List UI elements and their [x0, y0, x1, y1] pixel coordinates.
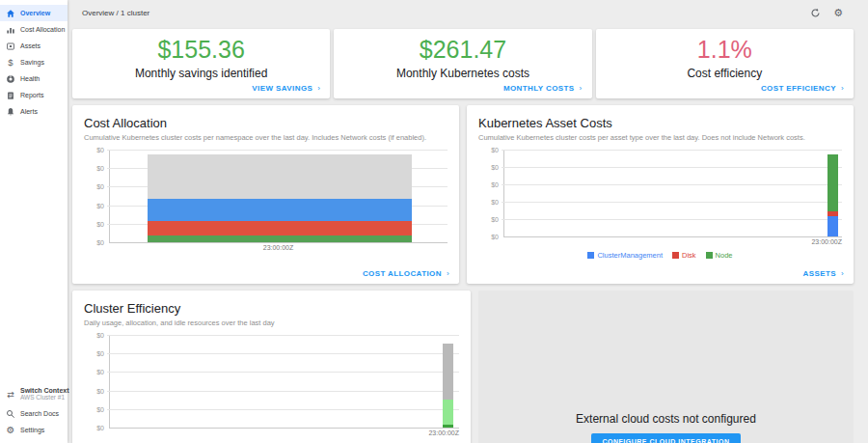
cost_allocation-area: $0$0$0$0$0$023:00:00Z: [84, 150, 448, 254]
sidebar-item-label: Alerts: [20, 108, 38, 115]
cluster-efficiency-card: Cluster Efficiency Daily usage, allocati…: [72, 291, 471, 443]
external-costs-message: External cloud costs not configured: [576, 412, 756, 426]
topbar: Overview / 1 cluster ⚙: [68, 0, 868, 25]
y-axis-tick-label: $0: [85, 350, 104, 357]
search-docs-label: Search Docs: [20, 410, 59, 417]
bar-segment: [148, 199, 413, 221]
home-icon: [5, 9, 16, 18]
sidebar-item-overview[interactable]: Overview: [0, 5, 68, 21]
breadcrumb: Overview / 1 cluster: [82, 9, 798, 17]
cost-allocation-subtitle: Cumulative Kubernetes cluster costs per …: [84, 133, 448, 142]
asset-costs-title: Kubernetes Asset Costs: [478, 116, 842, 130]
legend-item: ClusterManagement: [587, 251, 663, 260]
bar-segment: [443, 425, 453, 428]
y-axis-tick-label: $0: [85, 239, 104, 246]
cost-efficiency-link[interactable]: COST EFFICIENCY›: [761, 84, 844, 93]
savings-label: Monthly savings identified: [135, 67, 267, 80]
legend-swatch: [672, 252, 679, 259]
sidebar-item-cost-allocation[interactable]: Cost Allocation: [0, 21, 68, 38]
settings-label: Settings: [20, 427, 44, 433]
sidebar-item-reports[interactable]: Reports: [0, 87, 68, 103]
configure-cloud-integration-button[interactable]: CONFIGURE CLOUD INTEGRATION: [591, 433, 742, 443]
bar-segment: [148, 235, 413, 242]
bar-segment: [443, 400, 453, 425]
search-icon: [5, 409, 16, 419]
legend-label: ClusterManagement: [597, 251, 663, 260]
chevron-right-icon: ›: [317, 84, 320, 93]
gridline: [107, 353, 459, 354]
y-axis-tick-label: $0: [85, 332, 104, 339]
sidebar-item-label: Overview: [20, 10, 50, 16]
sidebar-footer: ⇄ Switch Context AWS Cluster #1 Search D…: [0, 384, 68, 438]
gear-icon: ⚙: [5, 426, 16, 435]
stacked-bar: [827, 154, 838, 236]
bar-segment: [148, 154, 413, 199]
bar-segment: [148, 221, 413, 235]
reports-icon: [5, 91, 16, 100]
charts-row: Cost Allocation Cumulative Kubernetes cl…: [72, 105, 854, 284]
x-axis-tick-label: 23:00:00Z: [503, 238, 842, 248]
stacked-bar: [443, 344, 453, 428]
switch-context-labels: Switch Context AWS Cluster #1: [20, 387, 69, 401]
swap-icon: ⇄: [5, 391, 16, 400]
sidebar-item-label: Reports: [20, 92, 44, 98]
asset-costs-subtitle: Cumulative Kubernetes cluster costs per …: [478, 133, 842, 142]
plot-area: $0$0$0$0$0$0: [109, 335, 459, 429]
cluster_efficiency-area: $0$0$0$0$0$023:00:00ZUsageAllocatedIdle: [84, 335, 459, 443]
cost-efficiency-stat-card: 1.1% Cost efficiency COST EFFICIENCY›: [596, 29, 854, 98]
legend-swatch: [706, 252, 713, 259]
stacked-bar: [148, 154, 413, 242]
y-axis-tick-label: $0: [479, 216, 499, 223]
cluster-efficiency-subtitle: Daily usage, allocation, and idle resour…: [84, 318, 459, 327]
bottom-row: Cluster Efficiency Daily usage, allocati…: [72, 291, 854, 443]
main-content: $155.36 Monthly savings identified VIEW …: [68, 25, 868, 443]
settings-button[interactable]: ⚙ Settings: [0, 422, 68, 438]
sidebar-item-savings[interactable]: $ Savings: [0, 54, 68, 70]
cost-allocation-card: Cost Allocation Cumulative Kubernetes cl…: [72, 105, 459, 284]
cost-allocation-chart: $0$0$0$0$0$023:00:00Z: [84, 150, 448, 254]
bar-segment: [827, 216, 838, 236]
external-costs-panel: External cloud costs not configured CONF…: [478, 291, 854, 443]
sidebar-nav: Overview Cost Allocation Assets $ Saving…: [0, 0, 68, 120]
sidebar-item-assets[interactable]: Assets: [0, 38, 68, 54]
y-axis-tick-label: $0: [85, 387, 104, 394]
y-axis-tick-label: $0: [479, 147, 499, 153]
assets-link[interactable]: ASSETS›: [803, 269, 845, 278]
gridline: [502, 167, 842, 168]
y-axis-tick-label: $0: [85, 220, 104, 227]
y-axis-tick-label: $0: [85, 165, 104, 172]
gridline: [107, 150, 448, 151]
sidebar-item-alerts[interactable]: Alerts: [0, 103, 68, 120]
gridline: [502, 202, 842, 203]
y-axis-tick-label: $0: [479, 199, 499, 206]
monthly-costs-link[interactable]: MONTHLY COSTS›: [503, 84, 583, 93]
sidebar-item-health[interactable]: Health: [0, 70, 68, 87]
asset-costs-chart: $0$0$0$0$0$023:00:00ZClusterManagementDi…: [478, 150, 842, 260]
sidebar: Overview Cost Allocation Assets $ Saving…: [0, 0, 68, 443]
x-axis-tick-label: 23:00:00Z: [109, 244, 448, 254]
dollar-icon: $: [5, 58, 16, 68]
y-axis-tick-label: $0: [479, 234, 499, 240]
gridline: [107, 372, 459, 373]
current-cluster-label: AWS Cluster #1: [20, 394, 69, 401]
y-axis-tick-label: $0: [479, 181, 499, 188]
legend-swatch: [587, 252, 594, 259]
savings-value: $155.36: [157, 37, 244, 62]
bell-icon: [5, 107, 16, 117]
gear-icon-button[interactable]: ⚙: [833, 8, 843, 18]
refresh-button[interactable]: [810, 8, 821, 18]
stat-cards-row: $155.36 Monthly savings identified VIEW …: [72, 29, 854, 98]
plot-area: $0$0$0$0$0$0: [109, 150, 448, 243]
savings-stat-card: $155.36 Monthly savings identified VIEW …: [72, 29, 330, 98]
switch-context-label: Switch Context: [20, 387, 69, 394]
bar-segment: [827, 154, 838, 211]
search-docs-button[interactable]: Search Docs: [0, 405, 68, 422]
view-savings-link[interactable]: VIEW SAVINGS›: [252, 84, 320, 93]
cost-allocation-link[interactable]: COST ALLOCATION›: [363, 269, 449, 278]
assets-icon: [5, 42, 16, 51]
gridline: [502, 184, 842, 185]
asset_costs-area: $0$0$0$0$0$023:00:00ZClusterManagementDi…: [478, 150, 842, 260]
legend-item: Disk: [672, 251, 696, 260]
sidebar-item-label: Assets: [20, 42, 41, 49]
switch-context-button[interactable]: ⇄ Switch Context AWS Cluster #1: [0, 384, 68, 405]
